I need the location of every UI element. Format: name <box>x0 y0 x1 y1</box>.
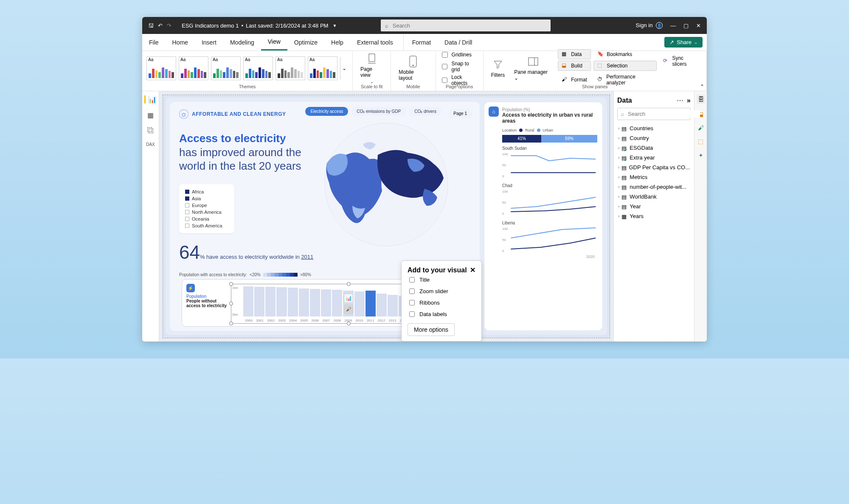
save-icon[interactable]: 🖫 <box>148 22 154 29</box>
group-mobile-label: Mobile <box>406 83 420 90</box>
pane-manager-button[interactable]: Pane manager ⌄ <box>511 54 555 83</box>
pill-electricity[interactable]: Electricity access <box>305 107 348 116</box>
maximize-button[interactable]: ▢ <box>683 22 689 29</box>
bar[interactable] <box>321 289 331 316</box>
theme-swatch[interactable]: Aa <box>243 56 273 80</box>
filters-button[interactable]: Filters <box>488 57 509 80</box>
report-view-icon[interactable]: 📊 <box>144 95 157 104</box>
legend-item[interactable]: Asia <box>185 195 228 202</box>
theme-swatch[interactable]: Aa <box>179 56 208 80</box>
suggest-item[interactable]: Zoom slider <box>408 286 475 297</box>
workspace: 📊 ▦ ⿻ DAX ☼ AFFORTABLE AND CLEAN ENERGY … <box>142 91 707 342</box>
theme-swatch[interactable]: Aa <box>146 56 176 80</box>
close-button[interactable]: ✕ <box>696 22 701 29</box>
model-view-icon[interactable]: ⿻ <box>147 127 154 134</box>
data-table-node[interactable]: ›▤WorldBank <box>617 192 691 202</box>
signin-button[interactable]: Sign in 👤 <box>636 22 663 29</box>
doc-dropdown-icon[interactable]: ▼ <box>332 23 337 28</box>
tab-format[interactable]: Format <box>403 35 438 50</box>
bar[interactable] <box>332 290 342 316</box>
bar[interactable] <box>243 286 253 316</box>
tab-help[interactable]: Help <box>324 35 350 50</box>
share-button[interactable]: ↗ Share ⌄ <box>664 37 703 48</box>
pane-build[interactable]: ⬓Build <box>558 61 591 71</box>
rail-format-icon[interactable]: 🖌 <box>698 124 704 131</box>
pill-co2-gdp[interactable]: CO₂ emissions by GDP <box>351 107 406 116</box>
suggest-item[interactable]: Data labels <box>408 308 475 320</box>
themes-more[interactable]: ⌄ <box>340 57 348 80</box>
group-themes-label: Themes <box>239 83 256 90</box>
mobile-layout-button[interactable]: Mobile layout <box>395 54 431 83</box>
data-table-node[interactable]: ›▤GDP Per Capita vs CO... <box>617 162 691 172</box>
rail-selection-icon[interactable]: ⬚ <box>698 138 703 145</box>
tab-view[interactable]: View <box>261 34 287 50</box>
rail-add-icon[interactable]: ＋ <box>698 151 704 159</box>
close-icon[interactable]: ✕ <box>470 266 475 274</box>
legend-item[interactable]: Africa <box>185 188 228 195</box>
bar[interactable] <box>310 289 320 316</box>
data-search[interactable]: ⌕ <box>617 108 691 120</box>
legend-item[interactable]: South America <box>185 222 228 229</box>
pane-data[interactable]: ▦Data <box>558 49 591 59</box>
bar[interactable] <box>265 287 276 316</box>
more-options-button[interactable]: More options <box>408 323 455 336</box>
data-table-node[interactable]: ›▤✔ESGData <box>617 143 691 153</box>
bar[interactable] <box>288 288 298 316</box>
bar[interactable] <box>354 291 365 316</box>
legend-item[interactable]: Europe <box>185 202 228 209</box>
theme-swatch[interactable]: Aa <box>308 56 337 80</box>
legend-item[interactable]: Oceania <box>185 216 228 222</box>
page-view-icon <box>366 53 378 64</box>
dax-view-icon[interactable]: DAX <box>146 142 155 147</box>
suggest-item[interactable]: Ribbons <box>408 297 475 308</box>
redo-icon[interactable]: ↷ <box>167 22 171 29</box>
legend-item[interactable]: North America <box>185 209 228 216</box>
pane-selection[interactable]: ⬚Selection <box>593 61 657 71</box>
ribbon-collapse-icon[interactable]: ⌃ <box>700 84 704 90</box>
suggest-item[interactable]: Title <box>408 274 475 286</box>
bar[interactable] <box>299 288 309 316</box>
bar[interactable] <box>388 295 398 317</box>
gridlines-checkbox[interactable]: Gridlines <box>440 50 479 60</box>
canvas[interactable]: ☼ AFFORTABLE AND CLEAN ENERGY Electricit… <box>159 91 613 342</box>
pane-collapse-icon[interactable]: » <box>687 97 691 104</box>
bar[interactable] <box>377 294 387 316</box>
tab-external[interactable]: External tools <box>350 35 400 50</box>
minimize-button[interactable]: — <box>670 22 676 29</box>
data-table-node[interactable]: ›▦Years <box>617 211 691 221</box>
switch-visual-icon[interactable]: 📊 <box>344 294 353 303</box>
tab-datadrill[interactable]: Data / Drill <box>438 35 479 50</box>
data-table-node[interactable]: ›▤✔Extra year <box>617 153 691 162</box>
table-view-icon[interactable]: ▦ <box>147 111 154 119</box>
pane-bookmarks[interactable]: 🔖Bookmarks <box>593 49 657 59</box>
format-visual-icon[interactable]: 🖌 <box>344 305 353 314</box>
theme-swatch[interactable]: Aa <box>276 56 305 80</box>
data-table-node[interactable]: ›▤Year <box>617 202 691 211</box>
bar[interactable] <box>365 291 376 316</box>
tab-modeling[interactable]: Modeling <box>223 35 261 50</box>
data-table-node[interactable]: ›▤Metrics <box>617 172 691 182</box>
theme-swatch[interactable]: Aa <box>211 56 241 80</box>
data-table-node[interactable]: ›▤Countries <box>617 123 691 133</box>
undo-icon[interactable]: ↶ <box>158 22 163 29</box>
bar[interactable] <box>254 287 264 316</box>
tab-insert[interactable]: Insert <box>195 35 223 50</box>
tab-file[interactable]: File <box>142 35 166 50</box>
snap-checkbox[interactable]: Snap to grid <box>440 60 479 73</box>
rail-data-icon[interactable]: 🗄 <box>697 95 705 104</box>
home-icon[interactable]: ⌂ <box>489 106 499 117</box>
pane-manager-icon <box>527 56 539 67</box>
pill-co2-drivers[interactable]: CO₂ drivers <box>409 107 441 116</box>
search-input[interactable] <box>392 22 546 29</box>
page-view-button[interactable]: Page view ⌄ <box>357 51 386 86</box>
pane-more-icon[interactable]: ⋯ <box>677 96 683 104</box>
data-table-node[interactable]: ›▤number-of-people-wit... <box>617 182 691 192</box>
data-search-input[interactable] <box>627 110 700 118</box>
data-table-node[interactable]: ›▤Country <box>617 133 691 143</box>
tab-home[interactable]: Home <box>166 35 195 50</box>
bar[interactable] <box>276 287 287 316</box>
tab-optimize[interactable]: Optimize <box>287 35 324 50</box>
global-search[interactable]: ⌕ <box>381 20 551 31</box>
mini-chart: Chad100500 <box>502 183 597 217</box>
pane-sync[interactable]: ⟳Sync slicers <box>659 53 702 69</box>
